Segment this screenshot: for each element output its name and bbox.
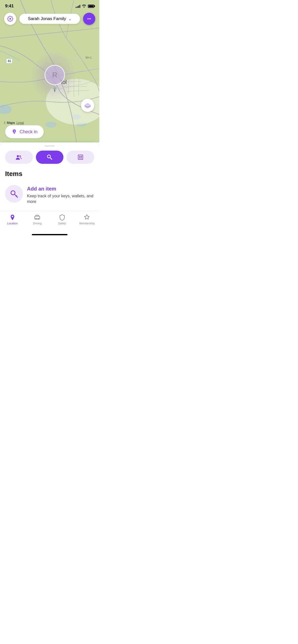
add-item-text: Add an item Keep track of your keys, wal… — [27, 185, 94, 205]
add-item-title: Add an item — [27, 186, 94, 192]
nav-label-driving: Driving — [33, 222, 42, 225]
add-item-card[interactable]: Add an item Keep track of your keys, wal… — [5, 183, 94, 211]
chat-button[interactable] — [83, 13, 95, 25]
svg-rect-17 — [79, 156, 80, 157]
checkin-label: Check in — [20, 129, 37, 135]
map-controls-top: Sarah Jonas Family ⌄ — [0, 13, 99, 25]
avatar-circle: R — [45, 65, 65, 85]
tab-people[interactable] — [5, 151, 33, 164]
location-nav-icon — [9, 214, 16, 221]
svg-point-6 — [87, 18, 88, 19]
svg-point-22 — [12, 216, 13, 217]
map-attribution:  Maps Legal — [4, 121, 24, 125]
svg-point-14 — [19, 155, 21, 157]
status-bar: 9:41 — [0, 0, 99, 11]
status-icons — [76, 4, 94, 8]
legal-link[interactable]: Legal — [17, 121, 24, 125]
svg-point-25 — [38, 218, 39, 219]
svg-rect-20 — [81, 157, 82, 158]
sheet-handle — [45, 145, 55, 147]
bottom-nav: Location Driving Safety Membership — [0, 211, 99, 232]
add-item-desc: Keep track of your keys, wallets, and mo… — [27, 193, 94, 205]
membership-nav-icon — [84, 214, 90, 221]
nav-item-safety[interactable]: Safety — [53, 214, 71, 225]
home-bar — [32, 234, 67, 235]
svg-rect-18 — [81, 156, 82, 157]
key-icon-active — [46, 154, 53, 160]
map-label-41: 41 — [6, 58, 12, 64]
svg-point-7 — [89, 18, 90, 19]
wifi-icon — [82, 4, 86, 8]
nav-item-location[interactable]: Location — [3, 214, 22, 225]
family-selector[interactable]: Sarah Jonas Family ⌄ — [19, 14, 80, 24]
status-time: 9:41 — [5, 4, 14, 9]
svg-point-11 — [54, 88, 55, 89]
chat-icon — [86, 16, 92, 22]
battery-icon — [88, 5, 94, 8]
people-icon — [15, 154, 22, 160]
building-icon — [77, 154, 84, 160]
gear-icon — [7, 16, 13, 22]
svg-point-2 — [45, 122, 57, 128]
settings-button[interactable] — [4, 13, 16, 25]
home-indicator — [0, 232, 99, 236]
map-label-sh: SH-1 — [85, 56, 92, 59]
chevron-down-icon: ⌄ — [68, 17, 72, 21]
driving-nav-icon — [34, 214, 40, 221]
layers-button[interactable] — [81, 99, 94, 112]
svg-point-12 — [14, 130, 15, 132]
map-avatar: R — [45, 65, 65, 92]
svg-point-24 — [35, 218, 36, 219]
safety-nav-icon — [59, 214, 65, 221]
svg-rect-19 — [79, 157, 80, 158]
nav-label-membership: Membership — [79, 222, 95, 225]
add-item-icon-circle — [5, 185, 23, 203]
tab-row — [5, 151, 94, 164]
signal-icon — [76, 4, 80, 8]
tab-building[interactable] — [66, 151, 94, 164]
svg-point-8 — [90, 18, 91, 19]
avatar-letter: R — [52, 71, 57, 79]
section-title: Items — [5, 170, 94, 178]
keys-icon — [9, 189, 19, 198]
map-pin-icon — [51, 85, 58, 92]
checkin-button[interactable]: Check in — [5, 125, 44, 138]
svg-rect-16 — [78, 155, 83, 159]
nav-item-membership[interactable]: Membership — [78, 214, 96, 225]
svg-rect-23 — [35, 216, 40, 219]
nav-item-driving[interactable]: Driving — [28, 214, 46, 225]
svg-point-13 — [17, 155, 19, 157]
maps-label: Maps — [7, 121, 15, 125]
bottom-sheet: Items Add an item Keep track of your key… — [0, 142, 99, 211]
map-area: 41 SH-1 lol Sarah Jonas Family ⌄ R — [0, 0, 99, 142]
nav-label-safety: Safety — [58, 222, 66, 225]
checkin-pin-icon — [11, 129, 17, 135]
family-name: Sarah Jonas Family — [28, 16, 66, 21]
layers-icon — [84, 103, 91, 108]
nav-label-location: Location — [7, 222, 18, 225]
tab-keys[interactable] — [36, 151, 64, 164]
